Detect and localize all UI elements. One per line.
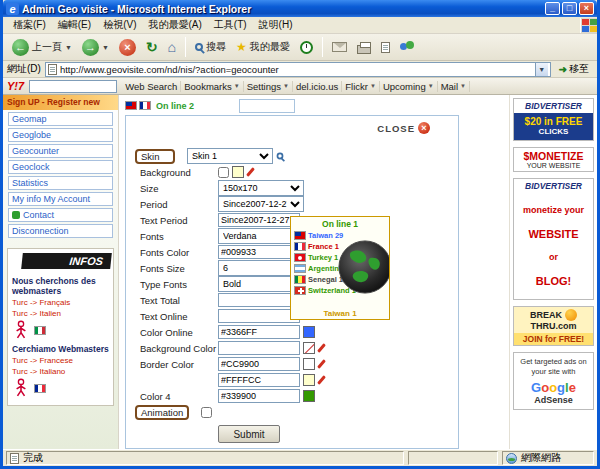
close-control[interactable]: CLOSE ×	[377, 122, 430, 134]
back-button[interactable]: ← 上一頁 ▼	[8, 37, 76, 58]
yahoo-item-upcoming[interactable]: Upcoming▼	[380, 81, 438, 92]
magnifier-icon[interactable]	[277, 153, 284, 160]
france-flag-icon	[34, 384, 46, 393]
color-online-input[interactable]	[218, 325, 300, 339]
menu-item-h[interactable]: 說明(H)	[253, 17, 299, 33]
yahoo-item-del-icio-us[interactable]: del.icio.us	[293, 81, 342, 92]
stop-button[interactable]: ×	[115, 37, 140, 58]
sidebar-item-geoclock[interactable]: Geoclock	[8, 160, 113, 174]
sidebar-item-geoglobe[interactable]: Geoglobe	[8, 128, 113, 142]
go-button[interactable]: ➜ 移至	[555, 62, 593, 76]
form-label-fonts-color: Fonts Color	[140, 247, 218, 258]
chevron-down-icon[interactable]: ▼	[65, 44, 72, 51]
zone-text: 網際網路	[521, 451, 561, 465]
close-button[interactable]: ×	[579, 2, 594, 15]
ad-text: BLOG!	[514, 275, 593, 287]
background-checkbox[interactable]	[218, 167, 229, 178]
text-total-input[interactable]	[218, 293, 300, 307]
sidebar-item-disconnection[interactable]: Disconnection	[8, 224, 113, 238]
globe-image	[337, 239, 390, 295]
extra-color-input[interactable]	[218, 373, 300, 387]
edit-color-icon[interactable]	[317, 343, 326, 353]
ad-text: THRU.com	[514, 321, 593, 331]
color-swatch[interactable]	[303, 374, 315, 386]
color-swatch[interactable]	[232, 166, 244, 178]
period-select[interactable]: Since2007-12-27	[218, 196, 304, 212]
color-swatch[interactable]	[303, 390, 315, 402]
ad-bidvertiser-clicks[interactable]: BIDVERTISER $20 in FREE CLICKS	[513, 98, 594, 141]
submit-button[interactable]: Submit	[218, 425, 280, 443]
refresh-button[interactable]: ↻	[142, 37, 162, 57]
sidebar-item-my-info-my-account[interactable]: My info My Account	[8, 192, 113, 206]
chevron-down-icon: ▼	[234, 83, 240, 89]
turkey-flag-icon	[294, 253, 306, 262]
text-online-input[interactable]	[218, 309, 300, 323]
ad-monetize[interactable]: $MONETIZE YOUR WEBSITE	[513, 147, 594, 172]
sidebar-item-geomap[interactable]: Geomap	[8, 112, 113, 126]
color-swatch[interactable]	[303, 342, 315, 354]
france-flag-icon	[139, 101, 151, 110]
fonts-color-input[interactable]	[218, 245, 300, 259]
ad-google-adsense[interactable]: Get targeted ads on your site with Googl…	[513, 352, 594, 410]
favorites-button[interactable]: ★ 我的最愛	[232, 38, 294, 56]
maximize-button[interactable]: □	[562, 2, 577, 15]
address-input[interactable]: http://www.geovisite.com/nd/nis/?action=…	[45, 62, 551, 77]
color-swatch[interactable]	[303, 326, 315, 338]
sidebar-item-geocounter[interactable]: Geocounter	[8, 144, 113, 158]
color-4-input[interactable]	[218, 389, 300, 403]
yahoo-search-input[interactable]	[29, 80, 117, 93]
forward-button[interactable]: → ▼	[78, 37, 113, 58]
skin-select[interactable]: Skin 1	[187, 148, 273, 164]
sidebar-item-statistics[interactable]: Statistics	[8, 176, 113, 190]
toolbar-separator	[322, 37, 323, 57]
go-label: 移至	[569, 62, 589, 76]
color-swatch[interactable]	[303, 358, 315, 370]
edit-color-icon[interactable]	[317, 375, 326, 385]
yahoo-item-flickr[interactable]: Flickr▼	[342, 81, 380, 92]
ad-bidvertiser-blog[interactable]: BIDVERTISER monetize your WEBSITE or BLO…	[513, 178, 594, 300]
minimize-button[interactable]: _	[545, 2, 560, 15]
yahoo-item-mail[interactable]: Mail▼	[438, 81, 470, 92]
size-select[interactable]: 150x170	[218, 180, 304, 196]
animation-checkbox[interactable]	[201, 407, 212, 418]
sidebar-item-contact[interactable]: Contact	[8, 208, 113, 222]
menu-item-f[interactable]: 檔案(F)	[7, 17, 52, 33]
text-period-input[interactable]	[218, 213, 300, 227]
chevron-down-icon: ▼	[460, 83, 466, 89]
taiwan-flag-icon	[294, 231, 306, 240]
border-color-input[interactable]	[218, 357, 300, 371]
yahoo-item-web-search[interactable]: Web Search	[122, 81, 181, 92]
ad-breakthru[interactable]: BREAK THRU.com JOIN for FREE!	[513, 306, 594, 346]
yahoo-item-settings[interactable]: Settings▼	[244, 81, 293, 92]
form-label-animation: Animation	[135, 405, 189, 420]
search-button[interactable]: 搜尋	[191, 38, 230, 56]
menu-item-t[interactable]: 工具(T)	[208, 17, 253, 33]
address-bar: 網址(D) http://www.geovisite.com/nd/nis/?a…	[3, 61, 597, 78]
menu-item-e[interactable]: 編輯(E)	[52, 17, 97, 33]
menu-item-v[interactable]: 檢視(V)	[97, 17, 142, 33]
back-label: 上一頁	[32, 40, 62, 54]
edit-color-icon[interactable]	[246, 167, 255, 177]
adsense-label: AdSense	[516, 395, 591, 405]
edit-button[interactable]	[377, 40, 394, 55]
search-label: 搜尋	[206, 40, 226, 54]
menu-item-a[interactable]: 我的最愛(A)	[142, 17, 207, 33]
main-area: On line 2 CLOSE × SkinSkin 1BackgroundSi…	[119, 95, 509, 449]
background-color-input[interactable]	[218, 341, 300, 355]
yahoo-logo[interactable]: Y!7	[7, 80, 24, 92]
close-label: CLOSE	[377, 123, 415, 134]
ad-text: BREAK	[530, 310, 562, 320]
print-button[interactable]	[353, 39, 375, 56]
form-label-color-4: Color 4	[140, 391, 218, 402]
home-button[interactable]: ⌂	[164, 37, 180, 57]
form-label-text-period: Text Period	[140, 215, 218, 226]
messenger-button[interactable]	[396, 39, 418, 55]
history-button[interactable]	[296, 39, 317, 56]
address-dropdown-icon[interactable]: ▼	[535, 63, 548, 76]
edit-color-icon[interactable]	[317, 359, 326, 369]
yahoo-item-bookmarks[interactable]: Bookmarks▼	[181, 81, 243, 92]
chevron-down-icon[interactable]: ▼	[102, 44, 109, 51]
signup-banner[interactable]: Sign UP - Register new	[3, 95, 118, 110]
form-label-fonts-size: Fonts Size	[140, 263, 218, 274]
mail-button[interactable]	[328, 40, 351, 54]
